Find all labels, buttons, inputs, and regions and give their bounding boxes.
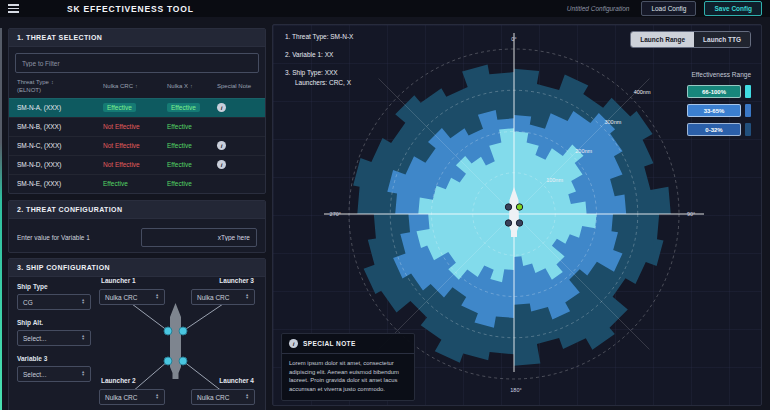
info-icon[interactable]: i	[217, 103, 226, 112]
sort-asc-icon[interactable]: ↑	[135, 83, 138, 89]
launcher1-label: Launcher 1	[101, 277, 136, 284]
legend-row: 66-100%	[687, 85, 751, 98]
angle-label: 90°	[687, 211, 695, 217]
ship-type-select[interactable]: CG▲▼	[17, 294, 91, 310]
table-header: Threat Type↕ (ELNOT) Nulka CRC↑ Nulka X↑…	[9, 77, 265, 98]
ship-alt-select[interactable]: Select...▲▼	[17, 330, 91, 346]
threat-name: SM-N-C, (XXX)	[17, 142, 103, 149]
save-config-button[interactable]: Save Config	[704, 1, 762, 16]
threat-name: SM-N-E, (XXX)	[17, 180, 103, 187]
launcher2-select[interactable]: Nulka CRC▲▼	[99, 389, 165, 405]
nulka-x-status: Effective	[167, 142, 192, 149]
ship-config-panel: 3. SHIP CONFIGURATION Ship Type CG▲▼ Shi…	[8, 258, 266, 410]
threat-name: SM-N-B, (XXX)	[17, 123, 103, 130]
legend-pill: 66-100%	[687, 85, 741, 98]
summary-launchers: Launchers: CRC, X	[295, 79, 353, 86]
launcher3-select[interactable]: Nulka CRC▲▼	[191, 289, 255, 305]
table-row[interactable]: SM-N-C, (XXX) Not Effective Effective i	[9, 136, 265, 155]
summary-variable1: 2. Variable 1: XX	[285, 51, 353, 58]
legend-row: 0-32%	[687, 123, 751, 136]
nulka-crc-status: Not Effective	[103, 161, 140, 168]
variable3-select[interactable]: Select...▲▼	[17, 366, 91, 382]
col-special-note: Special Note	[217, 83, 265, 91]
app-title: SK EFFECTIVENESS TOOL	[67, 4, 194, 14]
legend-swatch	[745, 85, 751, 98]
table-row[interactable]: SM-N-A, (XXX) Effective Effective i	[9, 98, 265, 117]
menu-icon[interactable]	[8, 4, 19, 13]
nulka-crc-status: Not Effective	[103, 142, 140, 149]
angle-label: 270°	[330, 211, 341, 217]
launcher2-label: Launcher 2	[101, 377, 136, 384]
effectiveness-legend: Effectiveness Range 66-100%33-65%0-32%	[687, 71, 751, 142]
sort-asc-icon[interactable]: ↑	[190, 83, 193, 89]
table-row[interactable]: SM-N-E, (XXX) Effective Effective i	[9, 174, 265, 193]
chevron-updown-icon: ▲▼	[81, 299, 85, 305]
ring-label: 400nm	[634, 89, 651, 95]
threat-config-panel: 2. THREAT CONFIGURATION Enter value for …	[8, 200, 266, 253]
ship-hull	[170, 303, 181, 379]
angle-label: 0°	[511, 36, 516, 42]
sort-icon[interactable]: ↕	[51, 79, 54, 85]
chevron-updown-icon: ▲▼	[81, 371, 85, 377]
ring-label: 300nm	[604, 119, 621, 125]
table-row[interactable]: SM-N-D, (XXX) Not Effective Effective i	[9, 155, 265, 174]
info-icon[interactable]: i	[217, 160, 226, 169]
launcher4-label: Launcher 4	[219, 377, 254, 384]
config-name: Untitled Configuration	[567, 5, 630, 12]
summary-ship-type: 3. Ship Type: XXX	[285, 69, 353, 76]
launcher4-select[interactable]: Nulka CRC▲▼	[191, 389, 255, 405]
table-row[interactable]: SM-N-B, (XXX) Not Effective Effective i	[9, 117, 265, 136]
legend-pill: 33-65%	[687, 104, 741, 117]
ship-type-label: Ship Type	[17, 283, 48, 290]
chevron-updown-icon: ▲▼	[155, 294, 159, 300]
special-note-title: SPECIAL NOTE	[303, 340, 356, 347]
results-panel: 100nm200nm300nm400nm0°90°180°270° 1. Thr…	[272, 24, 762, 406]
variable3-label: Variable 3	[17, 355, 47, 362]
legend-title: Effectiveness Range	[687, 71, 751, 78]
threat-config-title: 2. THREAT CONFIGURATION	[9, 201, 265, 219]
nulka-x-status: Effective	[167, 103, 200, 112]
load-config-button[interactable]: Load Config	[641, 1, 696, 16]
results-summary: 1. Threat Type: SM-N-X 2. Variable 1: XX…	[285, 33, 353, 86]
special-note-panel: i SPECIAL NOTE Lorem ipsum dolor sit ame…	[281, 333, 415, 401]
ship-config-title: 3. SHIP CONFIGURATION	[9, 259, 265, 277]
chevron-updown-icon: ▲▼	[155, 394, 159, 400]
legend-swatch	[745, 123, 751, 136]
threat-selection-panel: 1. THREAT SELECTION Threat Type↕ (ELNOT)…	[8, 28, 266, 194]
threat-name: SM-N-D, (XXX)	[17, 161, 103, 168]
app-root: SK EFFECTIVENESS TOOL Untitled Configura…	[0, 0, 770, 410]
left-edge-accent	[0, 28, 2, 410]
chart-mode-toggle: Launch Range Launch TTG	[630, 31, 751, 48]
top-bar: SK EFFECTIVENESS TOOL Untitled Configura…	[0, 0, 770, 17]
summary-threat-type: 1. Threat Type: SM-N-X	[285, 33, 353, 40]
nulka-x-status: Effective	[167, 161, 192, 168]
threat-table-body: SM-N-A, (XXX) Effective Effective i SM-N…	[9, 98, 265, 193]
nulka-crc-status: Effective	[103, 180, 128, 187]
chevron-updown-icon: ▲▼	[245, 294, 249, 300]
col-nulka-x[interactable]: Nulka X↑	[167, 83, 217, 91]
nulka-crc-status: Effective	[103, 103, 136, 112]
threat-name: SM-N-A, (XXX)	[17, 104, 103, 111]
ring-label: 100nm	[546, 177, 563, 183]
legend-swatch	[745, 104, 751, 117]
variable1-input[interactable]	[141, 228, 257, 247]
ship-alt-label: Ship Alt.	[17, 319, 43, 326]
launch-ttg-tab[interactable]: Launch TTG	[694, 32, 750, 47]
nulka-x-status: Effective	[167, 180, 192, 187]
launcher1-select[interactable]: Nulka CRC▲▼	[99, 289, 165, 305]
launcher3-label: Launcher 3	[219, 277, 254, 284]
special-note-body: Lorem ipsum dolor sit amet, consectetur …	[282, 354, 414, 400]
col-threat-type[interactable]: Threat Type↕ (ELNOT)	[17, 79, 103, 95]
info-icon: i	[289, 339, 298, 348]
legend-pill: 0-32%	[687, 123, 741, 136]
nulka-x-status: Effective	[167, 123, 192, 130]
threat-selection-title: 1. THREAT SELECTION	[9, 29, 265, 47]
col-nulka-crc[interactable]: Nulka CRC↑	[103, 83, 167, 91]
filter-input[interactable]	[15, 53, 259, 73]
chevron-updown-icon: ▲▼	[81, 335, 85, 341]
nulka-crc-status: Not Effective	[103, 123, 140, 130]
ring-label: 200nm	[575, 148, 592, 154]
angle-label: 180°	[510, 387, 521, 393]
info-icon[interactable]: i	[217, 141, 226, 150]
launch-range-tab[interactable]: Launch Range	[631, 32, 694, 47]
